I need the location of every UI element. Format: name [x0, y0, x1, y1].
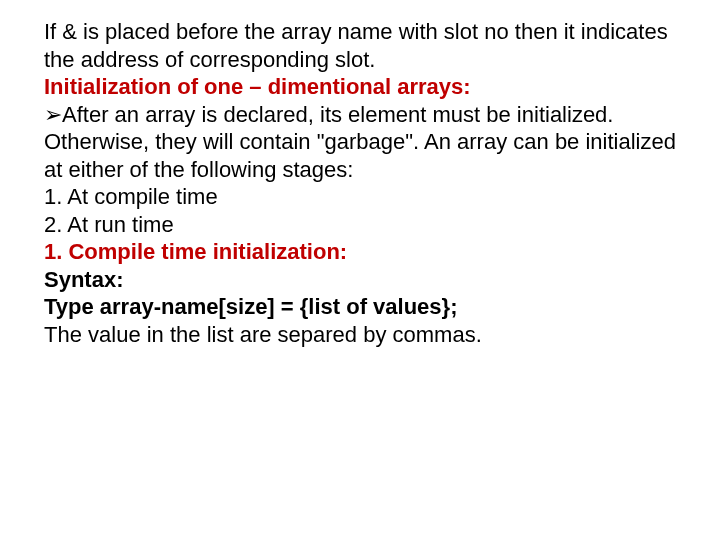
after-declared-text: After an array is declared, its element … [44, 102, 676, 182]
after-declared-block: ➢After an array is declared, its element… [44, 102, 676, 182]
slide: If & is placed before the array name wit… [0, 0, 720, 540]
syntax-label: Syntax: [44, 266, 680, 294]
init-heading: Initialization of one – dimentional arra… [44, 73, 680, 101]
syntax-line: Type array-name[size] = {list of values}… [44, 293, 680, 321]
compile-time-heading: 1. Compile time initialization: [44, 238, 680, 266]
stage-2: 2. At run time [44, 211, 680, 239]
intro-text: If & is placed before the array name wit… [44, 19, 668, 72]
slide-content: If & is placed before the array name wit… [44, 18, 680, 348]
stage-1: 1. At compile time [44, 183, 680, 211]
bullet-icon: ➢ [44, 101, 62, 129]
closing-text: The value in the list are separed by com… [44, 321, 680, 349]
